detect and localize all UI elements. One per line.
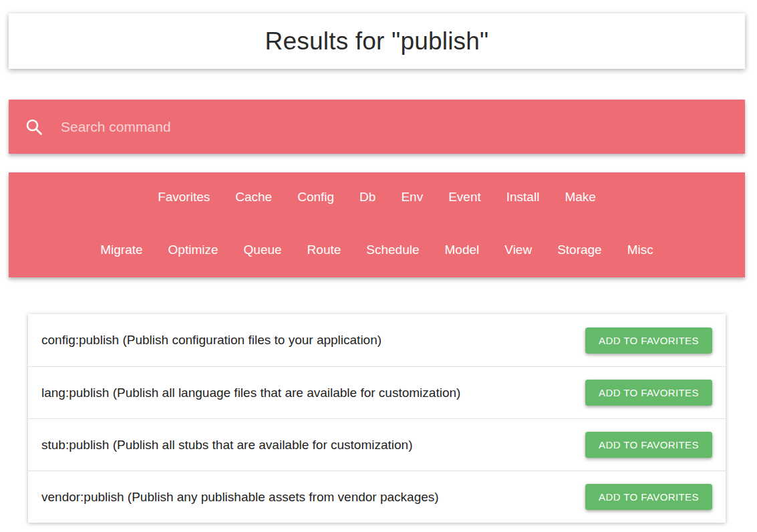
search-icon[interactable] [25,118,43,136]
nav-link[interactable]: Cache [235,190,272,205]
add-to-favorites-button[interactable]: ADD TO FAVORITES [585,484,712,510]
result-label: stub:publish (Publish all stubs that are… [41,438,413,452]
nav-link[interactable]: Favorites [158,190,210,205]
nav-link[interactable]: Model [445,243,480,257]
header-card: Results for "publish" [9,13,745,69]
nav-row-2: Migrate Optimize Queue Route Schedule Mo… [9,243,745,257]
nav-link[interactable]: Migrate [100,243,142,257]
add-to-favorites-button[interactable]: ADD TO FAVORITES [585,380,712,406]
search-input[interactable] [59,118,729,136]
result-label: config:publish (Publish configuration fi… [41,333,382,348]
nav-link[interactable]: Env [401,190,423,205]
nav-row-1: Favorites Cache Config Db Env Event Inst… [9,190,745,205]
nav-link[interactable]: Config [297,190,334,205]
nav-link[interactable]: Install [506,190,540,205]
result-label: vendor:publish (Publish any publishable … [41,490,439,505]
nav-link[interactable]: View [504,243,532,257]
nav-link[interactable]: Db [359,190,375,205]
nav-link[interactable]: Make [565,190,595,205]
result-label: lang:publish (Publish all language files… [41,386,460,400]
result-row: stub:publish (Publish all stubs that are… [28,418,726,471]
result-row: lang:publish (Publish all language files… [28,366,726,418]
add-to-favorites-button[interactable]: ADD TO FAVORITES [585,432,712,458]
category-nav-bar: Favorites Cache Config Db Env Event Inst… [9,172,745,277]
results-list: config:publish (Publish configuration fi… [28,314,726,523]
nav-link[interactable]: Misc [627,243,653,257]
nav-link[interactable]: Route [307,243,341,257]
nav-link[interactable]: Optimize [168,243,218,257]
add-to-favorites-button[interactable]: ADD TO FAVORITES [585,327,712,354]
nav-link[interactable]: Event [448,190,481,205]
page-title: Results for "publish" [265,27,489,55]
nav-link[interactable]: Schedule [366,243,419,257]
nav-link[interactable]: Storage [557,243,602,257]
search-bar [9,100,745,154]
result-row: config:publish (Publish configuration fi… [28,314,726,366]
result-row: vendor:publish (Publish any publishable … [28,471,726,523]
nav-link[interactable]: Queue [244,243,282,257]
